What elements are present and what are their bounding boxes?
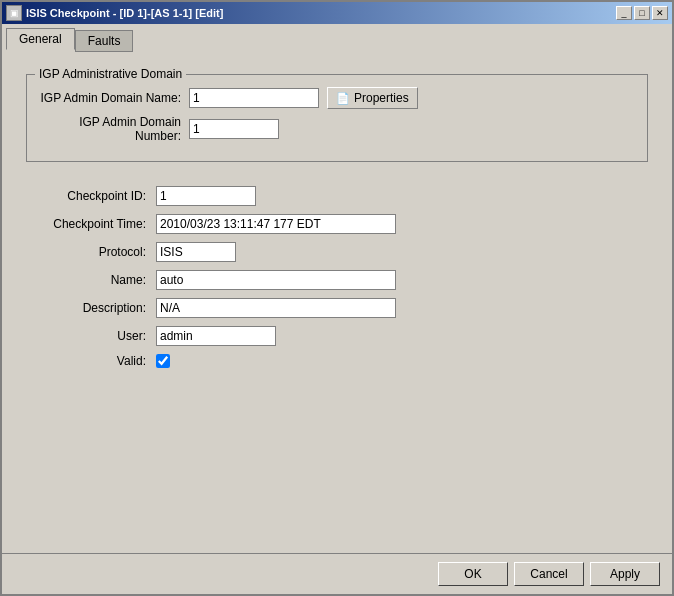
maximize-button[interactable]: □ xyxy=(634,6,650,20)
properties-label: Properties xyxy=(354,91,409,105)
protocol-input[interactable] xyxy=(156,242,236,262)
tab-general[interactable]: General xyxy=(6,28,75,50)
content-area: IGP Administrative Domain IGP Admin Doma… xyxy=(2,50,672,553)
protocol-row: Protocol: xyxy=(26,242,648,262)
user-input[interactable] xyxy=(156,326,276,346)
app-icon: ▣ xyxy=(6,5,22,21)
valid-label: Valid: xyxy=(26,354,156,368)
checkpoint-id-row: Checkpoint ID: xyxy=(26,186,648,206)
title-bar: ▣ ISIS Checkpoint - [ID 1]-[AS 1-1] [Edi… xyxy=(2,2,672,24)
close-button[interactable]: ✕ xyxy=(652,6,668,20)
name-label: Name: xyxy=(26,273,156,287)
domain-name-row: IGP Admin Domain Name: 📄 Properties xyxy=(39,87,635,109)
checkpoint-time-row: Checkpoint Time: xyxy=(26,214,648,234)
domain-name-input[interactable] xyxy=(189,88,319,108)
title-bar-left: ▣ ISIS Checkpoint - [ID 1]-[AS 1-1] [Edi… xyxy=(6,5,223,21)
igp-group-box: IGP Administrative Domain IGP Admin Doma… xyxy=(26,74,648,174)
apply-button[interactable]: Apply xyxy=(590,562,660,586)
checkpoint-time-label: Checkpoint Time: xyxy=(26,217,156,231)
minimize-button[interactable]: _ xyxy=(616,6,632,20)
igp-group: IGP Administrative Domain IGP Admin Doma… xyxy=(26,74,648,162)
valid-row: Valid: xyxy=(26,354,648,368)
domain-number-label: IGP Admin Domain Number: xyxy=(39,115,189,143)
igp-group-title: IGP Administrative Domain xyxy=(35,67,186,81)
name-input[interactable] xyxy=(156,270,396,290)
valid-checkbox-cell xyxy=(156,354,170,368)
tabs-bar: General Faults xyxy=(2,24,672,50)
checkpoint-id-input[interactable] xyxy=(156,186,256,206)
main-window: ▣ ISIS Checkpoint - [ID 1]-[AS 1-1] [Edi… xyxy=(0,0,674,596)
properties-icon: 📄 xyxy=(336,92,350,105)
tab-faults[interactable]: Faults xyxy=(75,30,134,52)
properties-button[interactable]: 📄 Properties xyxy=(327,87,418,109)
checkpoint-id-label: Checkpoint ID: xyxy=(26,189,156,203)
protocol-label: Protocol: xyxy=(26,245,156,259)
checkpoint-time-input[interactable] xyxy=(156,214,396,234)
main-form: Checkpoint ID: Checkpoint Time: Protocol… xyxy=(18,186,656,376)
bottom-bar: OK Cancel Apply xyxy=(2,553,672,594)
ok-button[interactable]: OK xyxy=(438,562,508,586)
window-controls: _ □ ✕ xyxy=(616,6,668,20)
description-input[interactable] xyxy=(156,298,396,318)
user-label: User: xyxy=(26,329,156,343)
name-row: Name: xyxy=(26,270,648,290)
domain-name-label: IGP Admin Domain Name: xyxy=(39,91,189,105)
user-row: User: xyxy=(26,326,648,346)
window-title: ISIS Checkpoint - [ID 1]-[AS 1-1] [Edit] xyxy=(26,7,223,19)
description-row: Description: xyxy=(26,298,648,318)
description-label: Description: xyxy=(26,301,156,315)
valid-checkbox[interactable] xyxy=(156,354,170,368)
domain-number-input[interactable] xyxy=(189,119,279,139)
cancel-button[interactable]: Cancel xyxy=(514,562,584,586)
domain-number-row: IGP Admin Domain Number: xyxy=(39,115,635,143)
